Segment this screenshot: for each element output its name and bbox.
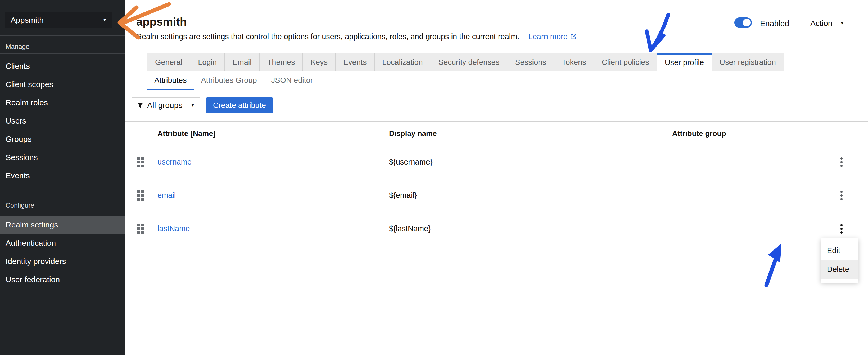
chevron-down-icon: ▼ — [102, 18, 107, 23]
display-name-cell: ${username} — [389, 158, 672, 166]
tab-events[interactable]: Events — [336, 54, 375, 71]
sidebar-item-authentication[interactable]: Authentication — [0, 234, 125, 252]
group-filter-value: All groups — [147, 101, 182, 110]
realm-description: Realm settings are settings that control… — [136, 32, 577, 41]
attributes-table: Attribute [Name] Display name Attribute … — [125, 121, 868, 246]
tab-login[interactable]: Login — [190, 54, 225, 71]
subtab-attributes[interactable]: Attributes — [147, 71, 194, 90]
subtab-attributes-group[interactable]: Attributes Group — [194, 71, 264, 90]
tab-localization[interactable]: Localization — [375, 54, 431, 71]
group-filter-dropdown[interactable]: All groups ▼ — [132, 97, 200, 114]
main-content: appsmith Realm settings are settings tha… — [125, 0, 868, 355]
kebab-menu-icon[interactable] — [839, 189, 844, 202]
nav-section-title: Configure — [0, 198, 125, 212]
sidebar-item-groups[interactable]: Groups — [0, 130, 125, 148]
kebab-menu-icon[interactable] — [839, 156, 844, 168]
tab-email[interactable]: Email — [225, 54, 259, 71]
realm-selector-label: Appsmith — [10, 15, 44, 25]
tab-general[interactable]: General — [147, 54, 190, 71]
attributes-table-header: Attribute [Name] Display name Attribute … — [125, 121, 868, 146]
table-row-username: username ${username} — [125, 146, 868, 179]
toggle-knob — [743, 19, 750, 27]
tab-security-defenses[interactable]: Security defenses — [431, 54, 507, 71]
tab-sessions[interactable]: Sessions — [507, 54, 554, 71]
user-profile-subtabs: Attributes Attributes Group JSON editor — [147, 71, 320, 90]
column-header-display-name: Display name — [389, 129, 672, 138]
enabled-label: Enabled — [760, 19, 789, 28]
context-menu-item-edit[interactable]: Edit — [821, 241, 858, 260]
sidebar-item-users[interactable]: Users — [0, 111, 125, 130]
nav-section-configure: Configure Realm settings Authentication … — [0, 198, 125, 289]
context-menu-item-delete[interactable]: Delete — [821, 260, 858, 279]
chevron-down-icon: ▼ — [840, 21, 844, 26]
sidebar-item-sessions[interactable]: Sessions — [0, 148, 125, 166]
action-dropdown-label: Action — [810, 19, 832, 28]
display-name-cell: ${email} — [389, 191, 672, 200]
drag-handle-icon[interactable] — [137, 190, 144, 201]
learn-more-link[interactable]: Learn more — [528, 32, 577, 41]
nav-section-title: Manage — [0, 40, 125, 54]
sidebar-item-clients[interactable]: Clients — [0, 57, 125, 75]
sidebar-item-client-scopes[interactable]: Client scopes — [0, 75, 125, 93]
enabled-toggle[interactable] — [734, 18, 752, 28]
external-link-icon — [570, 33, 577, 40]
drag-handle-icon[interactable] — [137, 157, 144, 167]
display-name-cell: ${lastName} — [389, 224, 672, 233]
attribute-link-username[interactable]: username — [157, 158, 389, 166]
tab-tokens[interactable]: Tokens — [554, 54, 594, 71]
tab-user-registration[interactable]: User registration — [712, 54, 784, 71]
subtab-json-editor[interactable]: JSON editor — [264, 71, 320, 90]
column-header-attribute-group: Attribute group — [672, 129, 868, 138]
sidebar-item-realm-settings[interactable]: Realm settings — [0, 216, 125, 234]
learn-more-label: Learn more — [528, 32, 568, 41]
realm-settings-tabs: General Login Email Themes Keys Events L… — [147, 54, 784, 71]
table-row-lastname: lastName ${lastName} — [125, 212, 868, 246]
column-header-attribute-name: Attribute [Name] — [157, 129, 389, 138]
tab-keys[interactable]: Keys — [303, 54, 335, 71]
attribute-link-lastname[interactable]: lastName — [157, 224, 389, 233]
sidebar-item-user-federation[interactable]: User federation — [0, 270, 125, 289]
subtabs-bottom-border — [125, 90, 868, 91]
sidebar-item-realm-roles[interactable]: Realm roles — [0, 93, 125, 111]
action-dropdown[interactable]: Action ▼ — [804, 15, 851, 31]
attribute-link-email[interactable]: email — [157, 191, 389, 200]
realm-description-text: Realm settings are settings that control… — [136, 32, 520, 41]
create-attribute-button[interactable]: Create attribute — [206, 97, 273, 114]
tab-user-profile[interactable]: User profile — [657, 54, 712, 71]
nav-section-manage: Manage Clients Client scopes Realm roles… — [0, 40, 125, 185]
row-context-menu: Edit Delete — [821, 238, 858, 283]
page-title: appsmith — [136, 15, 187, 28]
tab-themes[interactable]: Themes — [259, 54, 303, 71]
sidebar-item-identity-providers[interactable]: Identity providers — [0, 252, 125, 270]
sidebar-divider — [0, 35, 125, 36]
kebab-menu-icon-open[interactable] — [839, 223, 844, 235]
realm-selector-dropdown[interactable]: Appsmith ▼ — [5, 12, 113, 28]
tab-client-policies[interactable]: Client policies — [594, 54, 657, 71]
chevron-down-icon: ▼ — [190, 103, 195, 108]
drag-handle-icon[interactable] — [137, 224, 144, 234]
table-row-email: email ${email} — [125, 179, 868, 212]
filter-icon — [137, 102, 144, 109]
sidebar: Appsmith ▼ Manage Clients Client scopes … — [0, 0, 125, 355]
sidebar-item-events[interactable]: Events — [0, 166, 125, 185]
